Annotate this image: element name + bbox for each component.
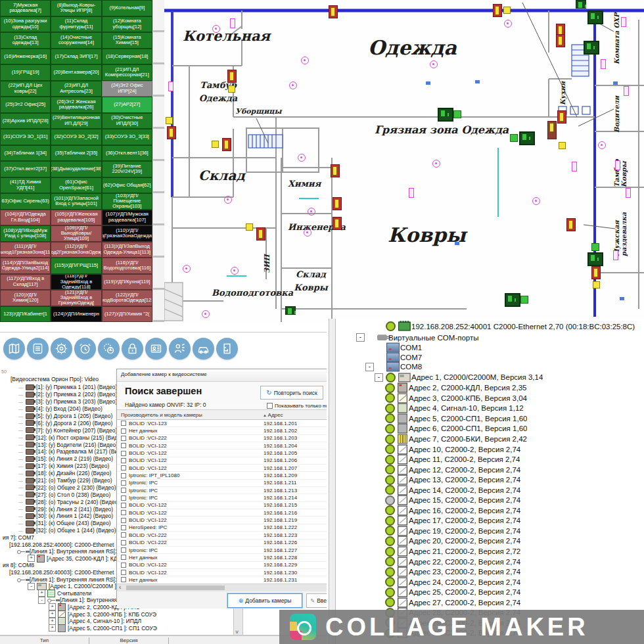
zone-cell[interactable]: (127)УДП/Химия "2( — [102, 306, 152, 323]
zone-cell[interactable]: (32)СОУЭ 3О_2[32] — [51, 129, 101, 145]
hardware-tree-item[interactable]: [Адрес 3, С2000-КПБ ]: КПБ СОУЭ — [1, 610, 326, 618]
camera-table-row[interactable]: BOLID :VCI-122 192.168.1.219 — [117, 517, 327, 524]
zone-cell[interactable]: (37)Откл.вент2[37] — [0, 161, 51, 177]
device-tree-item[interactable]: Адрес 13, С2000-2, Версия 2,74 — [336, 474, 643, 485]
camera-table-row[interactable]: Iptronic: IPC 192.168.1.214 — [117, 494, 327, 501]
detector-icon[interactable] — [409, 188, 414, 198]
plans-icon[interactable] — [3, 338, 25, 359]
zone-cell[interactable]: (108)УДП/ВходМуж Разд с улицы[108] — [0, 225, 51, 242]
expander-icon[interactable] — [49, 610, 56, 618]
exit-sign-icon[interactable] — [505, 293, 520, 307]
expander-icon[interactable] — [49, 603, 56, 610]
fire-exit-icon[interactable] — [329, 5, 338, 18]
device-tree-item[interactable]: Адрес 4, Сигнал-10, Версия 1,12 — [336, 403, 643, 414]
row-checkbox-icon[interactable] — [121, 495, 126, 501]
fire-exit-icon[interactable] — [333, 217, 342, 230]
device-tree-item[interactable]: COM1 — [336, 343, 643, 353]
zone-cell[interactable]: (31)СОУЭ 3О_1[31] — [0, 129, 51, 145]
device-tree-item[interactable]: Адрес 24, С2000-2, Версия 2,74 — [336, 577, 643, 587]
door-key-icon[interactable] — [216, 338, 238, 359]
zone-cell[interactable]: (61)Офис OpenSpace[61] — [51, 177, 101, 194]
zone-cell[interactable]: (24)Эт2 Офис ИПР[24] — [102, 81, 152, 97]
fire-exit-icon[interactable] — [333, 197, 342, 210]
row-checkbox-icon[interactable] — [121, 510, 126, 515]
fire-exit-icon[interactable] — [591, 266, 601, 279]
device-tree-item[interactable]: Адрес 14, С2000-2, Версия 2,74 — [336, 485, 643, 495]
exit-sign-icon[interactable] — [285, 306, 296, 315]
camera-table-row[interactable]: Iptronic: IPT_IPL1080 192.168.1.209 — [117, 472, 327, 479]
device-tree-item[interactable]: Адрес 2, С2000-КДЛ, Версия 2,35 — [336, 383, 643, 394]
camera-table-row[interactable]: BOLID :VCI-222 192.168.1.226 — [117, 540, 327, 547]
schedule-clock-icon[interactable] — [74, 338, 96, 359]
row-checkbox-icon[interactable] — [121, 473, 126, 478]
expander-icon[interactable] — [28, 583, 35, 590]
detector-icon[interactable] — [624, 86, 629, 96]
zone-cell[interactable]: (21)ИП.ДЛ Компрессорная[21] — [102, 64, 152, 81]
detector-icon[interactable] — [598, 141, 606, 149]
device-tree-item[interactable]: Адрес 22, С2000-2, Версия 2,74 — [336, 557, 643, 567]
enter-ip-button[interactable]: ✎ Ввести IP-а — [306, 593, 327, 608]
zone-cell[interactable]: (22)ИП.ДЛ Цех ковры[22] — [0, 81, 51, 97]
device-tree-item[interactable]: Адрес 6, С2000-СП1, Версия 1,60 — [336, 424, 643, 434]
add-cameras-button[interactable]: ⊕ Добавить камеры — [227, 593, 302, 608]
zone-cell[interactable]: (107)УДП/Мужская раздевалка[107] — [102, 210, 152, 226]
call-point-icon[interactable] — [503, 7, 511, 14]
expander-icon[interactable] — [365, 363, 374, 371]
row-checkbox-icon[interactable] — [121, 428, 126, 434]
detector-icon[interactable] — [298, 154, 306, 162]
row-checkbox-icon[interactable] — [121, 451, 126, 456]
zone-cell[interactable]: (109)УДП/ВыходКовры/Улица[109] — [51, 225, 101, 242]
zone-cell[interactable]: (124)УДП/Инженерн — [51, 306, 101, 323]
zone-cell[interactable]: (112)УДП/Выход2ГрязнаяЗонаОдежда[1 — [51, 242, 101, 258]
detector-icon[interactable] — [626, 188, 631, 198]
device-tree-item[interactable]: Адрес 10, С2000-2, Версия 2,74 — [336, 444, 643, 455]
zone-cell[interactable]: (17)Склад ЗИП[17] — [51, 49, 101, 65]
detector-icon[interactable] — [304, 229, 311, 237]
device-tree-item[interactable]: 192.168.208.252:40001 C2000-Ethernet 2,7… — [336, 321, 643, 332]
expander-icon[interactable] — [375, 373, 383, 382]
row-checkbox-icon[interactable] — [121, 555, 126, 560]
exit-sign-icon[interactable] — [576, 0, 586, 9]
camera-table-row[interactable]: BOLID :VCI-222 192.168.1.223 — [117, 532, 327, 539]
camera-table-row[interactable]: BOLID :VCI-122 192.168.1.206 — [117, 457, 327, 465]
detector-icon[interactable] — [504, 20, 512, 28]
hardware-tree-item[interactable]: [Адрес 4, Сигнал-10 ]: ИПДЛ — [1, 618, 326, 625]
fire-exit-icon[interactable] — [331, 164, 340, 177]
zone-cell[interactable]: (30)Очистные ИПДЛ[30] — [102, 113, 152, 129]
column-model[interactable]: Производитель и модель камеры — [121, 412, 202, 418]
fire-exit-icon[interactable] — [256, 227, 265, 241]
lock-icon[interactable] — [122, 338, 143, 359]
camera-table-row[interactable]: Нет данных 192.168.1.231 — [117, 576, 327, 584]
detector-icon[interactable] — [230, 18, 235, 28]
device-tree-item[interactable]: Адрес 27, С2000-2, Версия 2,74 — [336, 597, 643, 608]
zone-cell[interactable]: (121)УДП/ЗаднийВход в ГрязнуюОдежд[ — [51, 290, 101, 306]
call-point-icon[interactable] — [593, 281, 600, 288]
zone-cell[interactable]: (119)УДП/Кухня[119] — [102, 274, 152, 290]
zone-cell[interactable]: (9)Котельная[9] — [102, 0, 152, 16]
expander-icon[interactable] — [49, 618, 56, 625]
device-tree-item[interactable]: Адрес 11, С2000-2, Версия 2,74 — [336, 454, 643, 465]
zone-cell[interactable]: (11)Склад фурнитуры[11] — [51, 16, 101, 33]
detector-icon[interactable] — [231, 267, 239, 275]
exit-sign-icon[interactable] — [438, 108, 453, 122]
row-checkbox-icon[interactable] — [121, 547, 126, 553]
vehicle-icon[interactable] — [193, 338, 214, 359]
zone-cell[interactable]: (28)Архив ИПДЛ[28] — [0, 113, 51, 129]
zone-cell[interactable]: (118)УДП/ЗаднийВход в Одежду[118] — [51, 274, 101, 290]
device-tree-item[interactable]: COM7 — [336, 353, 643, 363]
fire-exit-icon[interactable] — [547, 121, 557, 139]
detector-icon[interactable] — [308, 208, 315, 216]
expander-icon[interactable] — [356, 333, 365, 342]
detector-icon[interactable] — [601, 59, 606, 69]
detector-icon[interactable] — [613, 250, 618, 260]
device-tree-item[interactable]: Адрес 21, С2000-2, Версия 2,72 — [336, 546, 643, 557]
expander-icon[interactable] — [28, 555, 35, 562]
zone-cell[interactable]: (23)ИП.ДЛ Антресоль[23] — [51, 81, 101, 97]
row-checkbox-icon[interactable] — [121, 577, 126, 582]
zone-cell[interactable]: (12)Комната уборщиц[12] — [102, 16, 152, 33]
zone-cell[interactable]: (115)УДП/ГРЩ[115] — [51, 258, 101, 274]
zone-cell[interactable]: (15)Комната Химии[15] — [102, 32, 152, 49]
device-tree-item[interactable]: Адрес 16, С2000-2, Версия 2,74 — [336, 505, 643, 516]
log-icon[interactable] — [27, 338, 49, 359]
zone-grid-scrollbar[interactable] — [152, 0, 164, 322]
